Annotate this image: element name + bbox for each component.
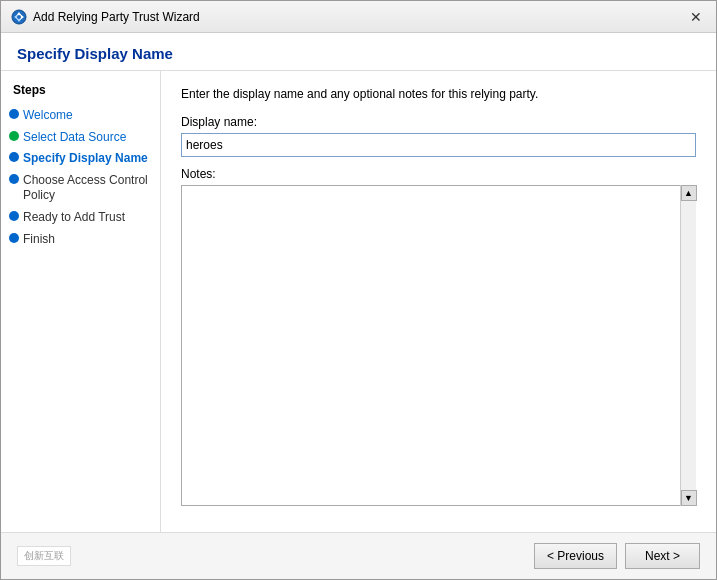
step-dot-ready-to-add (9, 211, 19, 221)
notes-container: ▲ ▼ (181, 185, 696, 506)
window-title: Add Relying Party Trust Wizard (33, 10, 200, 24)
sidebar-item-choose-access-control: Choose Access Control Policy (1, 170, 160, 207)
sidebar-item-welcome: Welcome (1, 105, 160, 127)
title-bar-left: Add Relying Party Trust Wizard (11, 9, 200, 25)
display-name-label: Display name: (181, 115, 696, 129)
step-dot-choose-access-control (9, 174, 19, 184)
notes-group: Notes: ▲ ▼ (181, 167, 696, 506)
sidebar: Steps Welcome Select Data Source Specify… (1, 71, 161, 532)
sidebar-item-ready-to-add: Ready to Add Trust (1, 207, 160, 229)
notes-label: Notes: (181, 167, 696, 181)
wizard-window: Add Relying Party Trust Wizard ✕ Specify… (0, 0, 717, 580)
sidebar-item-specify-display-name: Specify Display Name (1, 148, 160, 170)
scroll-down-arrow[interactable]: ▼ (681, 490, 697, 506)
wizard-icon (11, 9, 27, 25)
step-dot-finish (9, 233, 19, 243)
next-button[interactable]: Next > (625, 543, 700, 569)
page-title: Specify Display Name (17, 45, 700, 62)
sidebar-item-select-data-source: Select Data Source (1, 127, 160, 149)
step-dot-welcome (9, 109, 19, 119)
sidebar-item-select-data-source-label[interactable]: Select Data Source (23, 130, 126, 146)
scroll-up-arrow[interactable]: ▲ (681, 185, 697, 201)
page-header: Specify Display Name (1, 33, 716, 71)
step-dot-specify-display-name (9, 152, 19, 162)
instruction-text: Enter the display name and any optional … (181, 87, 696, 101)
display-name-group: Display name: (181, 115, 696, 157)
title-bar: Add Relying Party Trust Wizard ✕ (1, 1, 716, 33)
sidebar-item-finish: Finish (1, 229, 160, 251)
steps-heading: Steps (1, 83, 160, 105)
close-button[interactable]: ✕ (686, 7, 706, 27)
sidebar-item-finish-label: Finish (23, 232, 55, 248)
sidebar-item-choose-access-control-label: Choose Access Control Policy (23, 173, 148, 204)
display-name-input[interactable] (181, 133, 696, 157)
sidebar-item-specify-display-name-label: Specify Display Name (23, 151, 148, 167)
notes-scrollbar: ▲ ▼ (680, 185, 696, 506)
footer: 创新互联 < Previous Next > (1, 532, 716, 579)
previous-button[interactable]: < Previous (534, 543, 617, 569)
step-dot-select-data-source (9, 131, 19, 141)
main-content: Enter the display name and any optional … (161, 71, 716, 532)
content-area: Steps Welcome Select Data Source Specify… (1, 71, 716, 532)
notes-textarea[interactable] (181, 185, 696, 506)
sidebar-item-ready-to-add-label: Ready to Add Trust (23, 210, 125, 226)
footer-logo: 创新互联 (17, 546, 71, 566)
sidebar-item-welcome-label[interactable]: Welcome (23, 108, 73, 124)
